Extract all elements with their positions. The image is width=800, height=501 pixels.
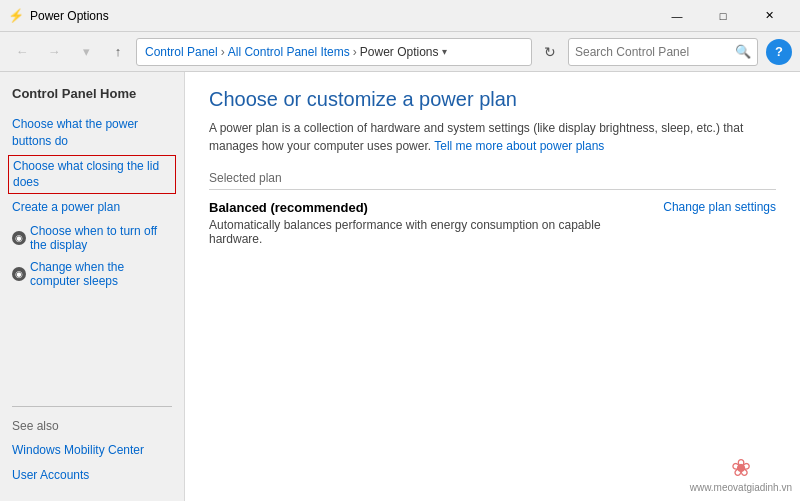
refresh-button[interactable]: ↻ [536,38,564,66]
display-icon: ◉ [12,231,26,245]
plan-description: Automatically balances performance with … [209,218,643,246]
recent-locations-button[interactable]: ▾ [72,38,100,66]
window-controls: — □ ✕ [654,0,792,32]
sidebar-item-mobility-center[interactable]: Windows Mobility Center [8,439,176,462]
breadcrumb-dropdown[interactable]: ▾ [442,46,447,57]
plan-info: Balanced (recommended) Automatically bal… [209,200,643,246]
titlebar: ⚡ Power Options — □ ✕ [0,0,800,32]
sidebar-item-computer-sleeps[interactable]: ◉ Change when the computer sleeps [8,257,176,291]
search-input[interactable] [575,45,735,59]
back-button[interactable]: ← [8,38,36,66]
see-also-label: See also [8,417,176,435]
forward-button[interactable]: → [40,38,68,66]
up-button[interactable]: ↑ [104,38,132,66]
maximize-button[interactable]: □ [700,0,746,32]
sleep-icon: ◉ [12,267,26,281]
sidebar-item-power-buttons[interactable]: Choose what the power buttons do [8,113,176,153]
section-label: Selected plan [209,171,776,190]
breadcrumb-cp[interactable]: Control Panel [145,45,218,59]
plan-row: Balanced (recommended) Automatically bal… [209,200,776,246]
breadcrumb-all[interactable]: All Control Panel Items [228,45,350,59]
search-bar: 🔍 [568,38,758,66]
main-area: Control Panel Home Choose what the power… [0,72,800,501]
window-title: Power Options [30,9,654,23]
addressbar: ← → ▾ ↑ Control Panel › All Control Pane… [0,32,800,72]
app-icon: ⚡ [8,8,24,24]
breadcrumb-bar: Control Panel › All Control Panel Items … [136,38,532,66]
close-button[interactable]: ✕ [746,0,792,32]
sidebar-home-link[interactable]: Control Panel Home [8,84,176,103]
change-plan-link[interactable]: Change plan settings [663,200,776,214]
sidebar-item-closing-lid[interactable]: Choose what closing the lid does [8,155,176,195]
search-icon: 🔍 [735,44,751,59]
help-button[interactable]: ? [766,39,792,65]
minimize-button[interactable]: — [654,0,700,32]
content-description: A power plan is a collection of hardware… [209,119,776,155]
sidebar-item-create-plan[interactable]: Create a power plan [8,196,176,219]
sidebar-item-user-accounts[interactable]: User Accounts [8,464,176,487]
breadcrumb-current: Power Options [360,45,439,59]
sidebar: Control Panel Home Choose what the power… [0,72,185,501]
more-info-link[interactable]: Tell me more about power plans [434,139,604,153]
sidebar-item-turn-off-display[interactable]: ◉ Choose when to turn off the display [8,221,176,255]
sidebar-divider [12,406,172,407]
page-title: Choose or customize a power plan [209,88,776,111]
content-area: Choose or customize a power plan A power… [185,72,800,501]
plan-name: Balanced (recommended) [209,200,643,215]
